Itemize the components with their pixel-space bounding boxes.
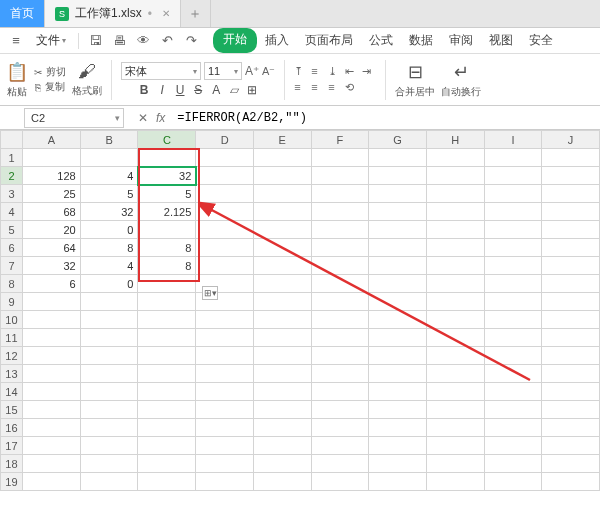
cell-A1[interactable]	[22, 149, 80, 167]
cell-D5[interactable]	[196, 221, 254, 239]
cell-G11[interactable]	[369, 329, 427, 347]
row-header-3[interactable]: 3	[1, 185, 23, 203]
cell-H13[interactable]	[426, 365, 484, 383]
decrease-font-icon[interactable]: A⁻	[262, 65, 275, 78]
cell-E7[interactable]	[253, 257, 311, 275]
row-header-5[interactable]: 5	[1, 221, 23, 239]
cell-E13[interactable]	[253, 365, 311, 383]
cell-D14[interactable]	[196, 383, 254, 401]
cell-I16[interactable]	[484, 419, 542, 437]
cell-C16[interactable]	[138, 419, 196, 437]
cell-C3[interactable]: 5	[138, 185, 196, 203]
cell-C10[interactable]	[138, 311, 196, 329]
cell-E5[interactable]	[253, 221, 311, 239]
cell-I17[interactable]	[484, 437, 542, 455]
fill-color-button[interactable]: ▱	[227, 83, 241, 97]
cell-J12[interactable]	[542, 347, 600, 365]
cell-C5[interactable]	[138, 221, 196, 239]
cell-A13[interactable]	[22, 365, 80, 383]
cell-G5[interactable]	[369, 221, 427, 239]
column-header-C[interactable]: C	[138, 131, 196, 149]
redo-icon[interactable]: ↷	[181, 31, 201, 51]
cell-I10[interactable]	[484, 311, 542, 329]
row-header-13[interactable]: 13	[1, 365, 23, 383]
cell-B12[interactable]	[80, 347, 138, 365]
autofill-options-icon[interactable]: ⊞▾	[202, 286, 218, 300]
cell-G7[interactable]	[369, 257, 427, 275]
cell-B8[interactable]: 0	[80, 275, 138, 293]
cell-A12[interactable]	[22, 347, 80, 365]
cell-F3[interactable]	[311, 185, 369, 203]
cell-J17[interactable]	[542, 437, 600, 455]
cell-I6[interactable]	[484, 239, 542, 257]
column-header-B[interactable]: B	[80, 131, 138, 149]
cell-I19[interactable]	[484, 473, 542, 491]
column-header-H[interactable]: H	[426, 131, 484, 149]
column-header-E[interactable]: E	[253, 131, 311, 149]
cell-A3[interactable]: 25	[22, 185, 80, 203]
cancel-formula-icon[interactable]: ✕	[138, 111, 148, 125]
cell-G3[interactable]	[369, 185, 427, 203]
row-header-19[interactable]: 19	[1, 473, 23, 491]
cell-A8[interactable]: 6	[22, 275, 80, 293]
cell-B13[interactable]	[80, 365, 138, 383]
cell-F11[interactable]	[311, 329, 369, 347]
cell-H16[interactable]	[426, 419, 484, 437]
cell-J2[interactable]	[542, 167, 600, 185]
cell-G1[interactable]	[369, 149, 427, 167]
copy-button[interactable]: ⎘复制	[35, 80, 65, 94]
cell-D1[interactable]	[196, 149, 254, 167]
cell-B19[interactable]	[80, 473, 138, 491]
bold-button[interactable]: B	[137, 83, 151, 97]
cell-B11[interactable]	[80, 329, 138, 347]
cell-A19[interactable]	[22, 473, 80, 491]
cell-J19[interactable]	[542, 473, 600, 491]
cell-G12[interactable]	[369, 347, 427, 365]
cell-B10[interactable]	[80, 311, 138, 329]
align-bottom-icon[interactable]: ⤓	[328, 65, 342, 78]
cell-F4[interactable]	[311, 203, 369, 221]
cell-I15[interactable]	[484, 401, 542, 419]
cell-G6[interactable]	[369, 239, 427, 257]
cell-F16[interactable]	[311, 419, 369, 437]
cell-E8[interactable]	[253, 275, 311, 293]
cell-J18[interactable]	[542, 455, 600, 473]
cell-E3[interactable]	[253, 185, 311, 203]
align-left-icon[interactable]: ≡	[294, 81, 308, 94]
cell-H11[interactable]	[426, 329, 484, 347]
cell-I1[interactable]	[484, 149, 542, 167]
cell-B5[interactable]: 0	[80, 221, 138, 239]
cell-B4[interactable]: 32	[80, 203, 138, 221]
cell-E16[interactable]	[253, 419, 311, 437]
row-header-17[interactable]: 17	[1, 437, 23, 455]
cell-C2[interactable]: 32	[138, 167, 196, 185]
cell-A5[interactable]: 20	[22, 221, 80, 239]
cell-I7[interactable]	[484, 257, 542, 275]
cell-B14[interactable]	[80, 383, 138, 401]
cell-J3[interactable]	[542, 185, 600, 203]
cell-D18[interactable]	[196, 455, 254, 473]
cell-F12[interactable]	[311, 347, 369, 365]
wrap-text-button[interactable]: ↵ 自动换行	[441, 61, 481, 99]
font-name-select[interactable]: 宋体▾	[121, 62, 201, 80]
cell-E11[interactable]	[253, 329, 311, 347]
indent-decrease-icon[interactable]: ⇤	[345, 65, 359, 78]
cell-H18[interactable]	[426, 455, 484, 473]
cell-B6[interactable]: 8	[80, 239, 138, 257]
row-header-6[interactable]: 6	[1, 239, 23, 257]
column-header-J[interactable]: J	[542, 131, 600, 149]
font-size-select[interactable]: 11▾	[204, 62, 242, 80]
column-header-F[interactable]: F	[311, 131, 369, 149]
cell-G10[interactable]	[369, 311, 427, 329]
row-header-14[interactable]: 14	[1, 383, 23, 401]
cut-button[interactable]: ✂剪切	[34, 65, 66, 79]
cell-A15[interactable]	[22, 401, 80, 419]
font-color-button[interactable]: A	[209, 83, 223, 97]
cell-H14[interactable]	[426, 383, 484, 401]
cell-D15[interactable]	[196, 401, 254, 419]
orientation-icon[interactable]: ⟲	[345, 81, 359, 94]
cell-J9[interactable]	[542, 293, 600, 311]
ribbon-tab-security[interactable]: 安全	[521, 28, 561, 53]
ribbon-tab-formula[interactable]: 公式	[361, 28, 401, 53]
align-top-icon[interactable]: ⤒	[294, 65, 308, 78]
